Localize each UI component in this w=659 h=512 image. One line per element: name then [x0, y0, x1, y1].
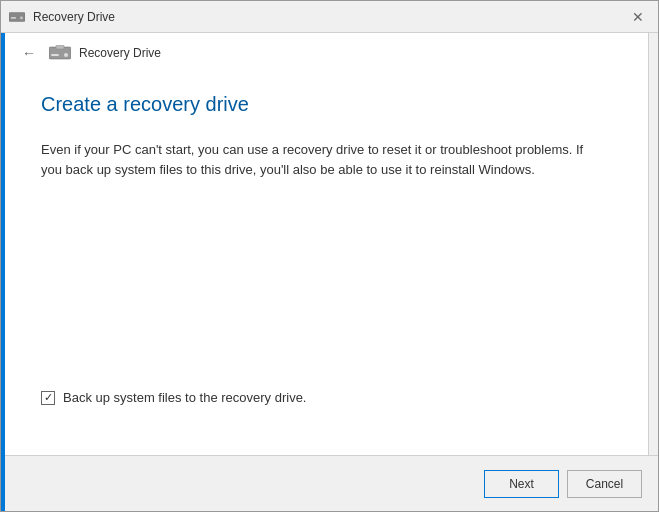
- backup-checkbox[interactable]: [41, 391, 55, 405]
- checkbox-label[interactable]: Back up system files to the recovery dri…: [63, 390, 306, 405]
- svg-point-5: [64, 53, 68, 57]
- nav-bar: ← Recovery Drive: [1, 33, 658, 73]
- footer: Next Cancel: [1, 455, 658, 511]
- nav-drive-icon: [49, 45, 71, 61]
- scrollbar[interactable]: [648, 33, 658, 455]
- svg-rect-0: [9, 12, 25, 21]
- back-button[interactable]: ←: [17, 41, 41, 65]
- page-title: Create a recovery drive: [41, 93, 618, 116]
- cancel-button[interactable]: Cancel: [567, 470, 642, 498]
- main-content: Create a recovery drive Even if your PC …: [1, 73, 658, 455]
- title-bar: Recovery Drive ✕: [1, 1, 658, 33]
- accent-bar: [1, 33, 5, 511]
- svg-point-2: [20, 16, 23, 19]
- nav-title: Recovery Drive: [79, 46, 161, 60]
- title-bar-icon: [9, 9, 25, 25]
- svg-rect-4: [51, 54, 59, 56]
- svg-rect-1: [11, 17, 16, 19]
- svg-rect-6: [56, 45, 64, 49]
- description-text: Even if your PC can't start, you can use…: [41, 140, 601, 179]
- title-bar-left: Recovery Drive: [9, 9, 115, 25]
- dialog-window: Recovery Drive ✕ ← Recovery Drive Create…: [0, 0, 659, 512]
- close-button[interactable]: ✕: [626, 5, 650, 29]
- drive-icon: [9, 10, 25, 24]
- checkbox-section: Back up system files to the recovery dri…: [41, 390, 618, 405]
- nav-drive-icon-svg: [49, 45, 71, 61]
- title-bar-text: Recovery Drive: [33, 10, 115, 24]
- next-button[interactable]: Next: [484, 470, 559, 498]
